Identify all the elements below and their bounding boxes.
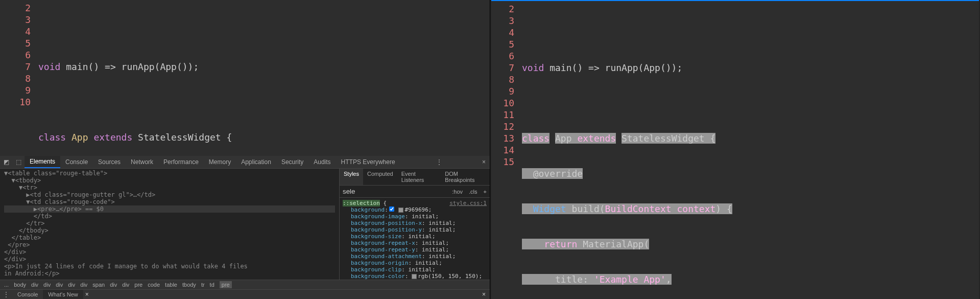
drawer-console-tab[interactable]: Console <box>12 290 43 299</box>
devtools-close-icon[interactable]: × <box>478 158 490 166</box>
tab-audits[interactable]: Audits <box>308 156 336 168</box>
dom-line[interactable]: </tbody> <box>4 227 335 234</box>
cls-button[interactable]: .cls <box>466 189 481 195</box>
left-gutter: 2345678910 <box>0 2 38 156</box>
dom-line[interactable]: </pre> <box>4 241 335 248</box>
tab-console[interactable]: Console <box>60 156 93 168</box>
dom-tree[interactable]: ▼<table class="rouge-table"> ▼<tbody> ▼<… <box>0 169 339 280</box>
left-code[interactable]: void main() => runApp(App()); class App … <box>38 2 490 156</box>
dom-line[interactable]: ▼<td class="rouge-code"> <box>4 198 335 205</box>
devtools-tabs: ◩ ⬚ Elements Console Sources Network Per… <box>0 156 490 169</box>
dom-line[interactable]: </div> <box>4 256 335 263</box>
drawer-tab-close-icon[interactable]: × <box>83 291 91 298</box>
color-swatch[interactable] <box>412 274 417 279</box>
styles-filter-input[interactable] <box>340 186 449 197</box>
chrome-devtools: ◩ ⬚ Elements Console Sources Network Per… <box>0 156 490 299</box>
tab-security[interactable]: Security <box>276 156 308 168</box>
dom-line[interactable]: ▶<td class="rouge-gutter gl">…</td> <box>4 191 335 198</box>
dom-line-selected[interactable]: ▶<pre>…</pre> == $0 <box>4 205 335 213</box>
css-rules[interactable]: style.css:1::selection { background: #96… <box>340 198 490 280</box>
tab-performance[interactable]: Performance <box>158 156 204 168</box>
right-gutter: 23456789101112131415 <box>491 3 522 299</box>
left-code-editor[interactable]: 2345678910 void main() => runApp(App());… <box>0 0 490 156</box>
right-code[interactable]: void main() => runApp(App()); class App … <box>522 3 979 299</box>
tab-elements[interactable]: Elements <box>25 156 60 168</box>
devtools-menu-icon[interactable]: ⋮ <box>432 158 446 166</box>
drawer-menu-icon[interactable]: ⋮ <box>0 291 12 298</box>
computed-tab[interactable]: Computed <box>363 169 397 185</box>
color-swatch[interactable] <box>398 208 403 213</box>
dom-line[interactable]: </td> <box>4 213 335 220</box>
inspect-icon[interactable]: ◩ <box>0 158 12 166</box>
add-rule-icon[interactable]: + <box>481 189 490 195</box>
dom-line[interactable]: ▼<tbody> <box>4 177 335 184</box>
hov-button[interactable]: :hov <box>449 189 466 195</box>
dom-line[interactable]: </div> <box>4 248 335 256</box>
tab-application[interactable]: Application <box>236 156 276 168</box>
dom-line[interactable]: </table> <box>4 234 335 241</box>
device-icon[interactable]: ⬚ <box>12 158 25 166</box>
listeners-tab[interactable]: Event Listeners <box>397 169 441 185</box>
breadcrumb[interactable]: ...bodydivdivdivdivdivspandivdivprecodet… <box>0 280 490 289</box>
dom-line[interactable]: <p>In just 24 lines of code I manage to … <box>4 263 335 270</box>
drawer-whatsnew-tab[interactable]: What's New <box>43 290 83 299</box>
dom-line[interactable]: in Android:</p> <box>4 270 335 277</box>
rule-source[interactable]: style.css:1 <box>449 200 487 206</box>
breakpoints-tab[interactable]: DOM Breakpoints <box>441 169 490 185</box>
drawer-close-icon[interactable]: × <box>478 291 490 298</box>
right-code-editor[interactable]: 23456789101112131415 void main() => runA… <box>491 1 979 299</box>
prop-toggle[interactable] <box>389 206 394 212</box>
tab-https[interactable]: HTTPS Everywhere <box>336 156 400 168</box>
tab-sources[interactable]: Sources <box>93 156 126 168</box>
dom-line[interactable]: ▼<tr> <box>4 184 335 191</box>
dom-line[interactable]: ▼<table class="rouge-table"> <box>4 170 335 177</box>
styles-tab[interactable]: Styles <box>340 169 363 185</box>
tab-network[interactable]: Network <box>126 156 158 168</box>
dom-line[interactable]: </tr> <box>4 220 335 227</box>
styles-panel: Styles Computed Event Listeners DOM Brea… <box>339 169 490 280</box>
tab-memory[interactable]: Memory <box>204 156 236 168</box>
